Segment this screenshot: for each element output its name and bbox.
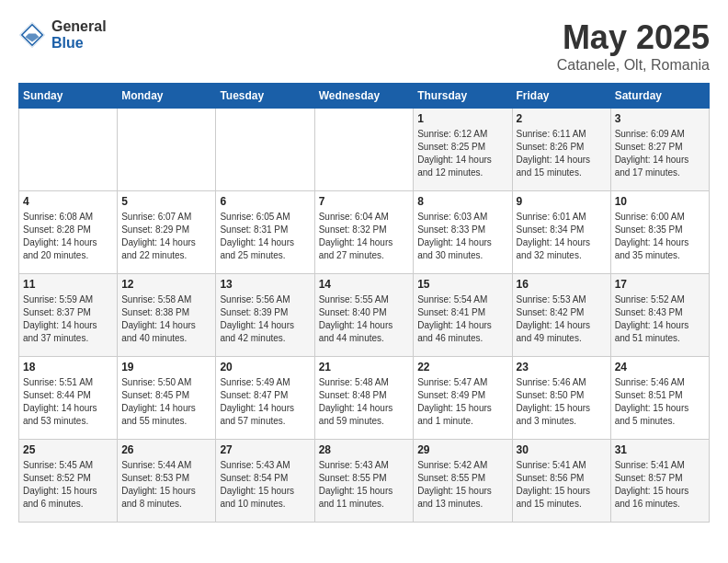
day-number: 29 <box>417 443 507 456</box>
day-cell-2-1: 12Sunrise: 5:58 AM Sunset: 8:38 PM Dayli… <box>118 274 216 357</box>
day-cell-1-5: 9Sunrise: 6:01 AM Sunset: 8:34 PM Daylig… <box>512 191 610 274</box>
calendar-table: Sunday Monday Tuesday Wednesday Thursday… <box>18 83 710 523</box>
day-number: 5 <box>121 195 211 208</box>
day-info: Sunrise: 5:45 AM Sunset: 8:52 PM Dayligh… <box>23 459 113 511</box>
day-info: Sunrise: 5:46 AM Sunset: 8:51 PM Dayligh… <box>615 376 705 428</box>
month-title: May 2025 <box>557 18 710 57</box>
header-thursday: Thursday <box>414 84 512 109</box>
day-cell-4-5: 30Sunrise: 5:41 AM Sunset: 8:56 PM Dayli… <box>512 440 610 523</box>
day-number: 27 <box>220 443 310 456</box>
day-cell-3-6: 24Sunrise: 5:46 AM Sunset: 8:51 PM Dayli… <box>610 357 709 440</box>
day-info: Sunrise: 5:56 AM Sunset: 8:39 PM Dayligh… <box>220 293 310 345</box>
week-row-5: 25Sunrise: 5:45 AM Sunset: 8:52 PM Dayli… <box>19 440 710 523</box>
day-cell-2-6: 17Sunrise: 5:52 AM Sunset: 8:43 PM Dayli… <box>610 274 709 357</box>
day-info: Sunrise: 6:07 AM Sunset: 8:29 PM Dayligh… <box>121 211 211 262</box>
day-info: Sunrise: 6:04 AM Sunset: 8:32 PM Dayligh… <box>319 211 410 262</box>
day-cell-4-1: 26Sunrise: 5:44 AM Sunset: 8:53 PM Dayli… <box>118 440 216 523</box>
day-info: Sunrise: 5:47 AM Sunset: 8:49 PM Dayligh… <box>417 376 507 428</box>
day-info: Sunrise: 6:11 AM Sunset: 8:26 PM Dayligh… <box>517 128 607 179</box>
day-info: Sunrise: 5:43 AM Sunset: 8:55 PM Dayligh… <box>319 459 410 511</box>
day-cell-1-6: 10Sunrise: 6:00 AM Sunset: 8:35 PM Dayli… <box>610 191 709 274</box>
day-info: Sunrise: 5:58 AM Sunset: 8:38 PM Dayligh… <box>121 293 211 345</box>
day-info: Sunrise: 6:01 AM Sunset: 8:34 PM Dayligh… <box>517 211 607 262</box>
day-cell-3-2: 20Sunrise: 5:49 AM Sunset: 8:47 PM Dayli… <box>216 357 314 440</box>
day-number: 16 <box>517 278 607 291</box>
day-number: 21 <box>319 361 410 373</box>
title-section: May 2025 Catanele, Olt, Romania <box>557 18 710 74</box>
day-number: 8 <box>417 195 507 208</box>
day-cell-1-3: 7Sunrise: 6:04 AM Sunset: 8:32 PM Daylig… <box>314 191 414 274</box>
header-monday: Monday <box>118 84 216 109</box>
day-number: 3 <box>615 112 705 125</box>
day-info: Sunrise: 5:51 AM Sunset: 8:44 PM Dayligh… <box>23 376 113 428</box>
day-number: 23 <box>517 361 607 373</box>
day-cell-4-4: 29Sunrise: 5:42 AM Sunset: 8:55 PM Dayli… <box>414 440 512 523</box>
day-cell-1-0: 4Sunrise: 6:08 AM Sunset: 8:28 PM Daylig… <box>19 191 118 274</box>
day-number: 6 <box>220 195 310 208</box>
week-row-1: 1Sunrise: 6:12 AM Sunset: 8:25 PM Daylig… <box>19 109 710 191</box>
day-info: Sunrise: 5:52 AM Sunset: 8:43 PM Dayligh… <box>615 293 705 345</box>
day-number: 24 <box>615 361 705 373</box>
day-cell-0-2 <box>216 109 314 191</box>
day-cell-3-3: 21Sunrise: 5:48 AM Sunset: 8:48 PM Dayli… <box>314 357 414 440</box>
day-cell-2-4: 15Sunrise: 5:54 AM Sunset: 8:41 PM Dayli… <box>414 274 512 357</box>
header-tuesday: Tuesday <box>216 84 314 109</box>
day-info: Sunrise: 5:42 AM Sunset: 8:55 PM Dayligh… <box>417 459 507 511</box>
day-info: Sunrise: 5:43 AM Sunset: 8:54 PM Dayligh… <box>220 459 310 511</box>
day-cell-0-6: 3Sunrise: 6:09 AM Sunset: 8:27 PM Daylig… <box>610 109 709 191</box>
logo-text: General Blue <box>51 18 107 51</box>
day-number: 4 <box>23 195 113 208</box>
day-number: 1 <box>417 112 507 125</box>
day-cell-2-2: 13Sunrise: 5:56 AM Sunset: 8:39 PM Dayli… <box>216 274 314 357</box>
header-friday: Friday <box>512 84 610 109</box>
day-info: Sunrise: 5:48 AM Sunset: 8:48 PM Dayligh… <box>319 376 410 428</box>
day-cell-0-0 <box>19 109 118 191</box>
day-number: 12 <box>121 278 211 291</box>
day-cell-2-5: 16Sunrise: 5:53 AM Sunset: 8:42 PM Dayli… <box>512 274 610 357</box>
day-cell-4-3: 28Sunrise: 5:43 AM Sunset: 8:55 PM Dayli… <box>314 440 414 523</box>
week-row-2: 4Sunrise: 6:08 AM Sunset: 8:28 PM Daylig… <box>19 191 710 274</box>
day-number: 28 <box>319 443 410 456</box>
week-row-4: 18Sunrise: 5:51 AM Sunset: 8:44 PM Dayli… <box>19 357 710 440</box>
logo-general-text: General <box>51 18 107 35</box>
day-cell-1-4: 8Sunrise: 6:03 AM Sunset: 8:33 PM Daylig… <box>414 191 512 274</box>
day-info: Sunrise: 5:53 AM Sunset: 8:42 PM Dayligh… <box>517 293 607 345</box>
day-info: Sunrise: 6:08 AM Sunset: 8:28 PM Dayligh… <box>23 211 113 262</box>
day-info: Sunrise: 5:59 AM Sunset: 8:37 PM Dayligh… <box>23 293 113 345</box>
day-cell-4-6: 31Sunrise: 5:41 AM Sunset: 8:57 PM Dayli… <box>610 440 709 523</box>
location: Catanele, Olt, Romania <box>557 57 710 74</box>
page-header: General Blue May 2025 Catanele, Olt, Rom… <box>18 18 710 74</box>
day-number: 22 <box>417 361 507 373</box>
day-info: Sunrise: 5:41 AM Sunset: 8:56 PM Dayligh… <box>517 459 607 511</box>
day-cell-0-3 <box>314 109 414 191</box>
day-number: 20 <box>220 361 310 373</box>
day-number: 14 <box>319 278 410 291</box>
day-number: 31 <box>615 443 705 456</box>
day-info: Sunrise: 5:44 AM Sunset: 8:53 PM Dayligh… <box>121 459 211 511</box>
day-cell-0-4: 1Sunrise: 6:12 AM Sunset: 8:25 PM Daylig… <box>414 109 512 191</box>
header-saturday: Saturday <box>610 84 709 109</box>
day-cell-2-0: 11Sunrise: 5:59 AM Sunset: 8:37 PM Dayli… <box>19 274 118 357</box>
logo-blue-text: Blue <box>51 35 107 52</box>
day-number: 30 <box>517 443 607 456</box>
day-cell-3-5: 23Sunrise: 5:46 AM Sunset: 8:50 PM Dayli… <box>512 357 610 440</box>
week-row-3: 11Sunrise: 5:59 AM Sunset: 8:37 PM Dayli… <box>19 274 710 357</box>
day-number: 18 <box>23 361 113 373</box>
day-number: 2 <box>517 112 607 125</box>
day-cell-1-2: 6Sunrise: 6:05 AM Sunset: 8:31 PM Daylig… <box>216 191 314 274</box>
day-number: 11 <box>23 278 113 291</box>
day-cell-0-1 <box>118 109 216 191</box>
day-number: 17 <box>615 278 705 291</box>
day-number: 26 <box>121 443 211 456</box>
day-number: 19 <box>121 361 211 373</box>
day-info: Sunrise: 5:49 AM Sunset: 8:47 PM Dayligh… <box>220 376 310 428</box>
day-number: 9 <box>517 195 607 208</box>
header-wednesday: Wednesday <box>314 84 414 109</box>
day-info: Sunrise: 5:46 AM Sunset: 8:50 PM Dayligh… <box>517 376 607 428</box>
day-cell-3-0: 18Sunrise: 5:51 AM Sunset: 8:44 PM Dayli… <box>19 357 118 440</box>
day-info: Sunrise: 6:03 AM Sunset: 8:33 PM Dayligh… <box>417 211 507 262</box>
day-info: Sunrise: 6:05 AM Sunset: 8:31 PM Dayligh… <box>220 211 310 262</box>
day-number: 13 <box>220 278 310 291</box>
day-info: Sunrise: 5:41 AM Sunset: 8:57 PM Dayligh… <box>615 459 705 511</box>
day-cell-3-4: 22Sunrise: 5:47 AM Sunset: 8:49 PM Dayli… <box>414 357 512 440</box>
